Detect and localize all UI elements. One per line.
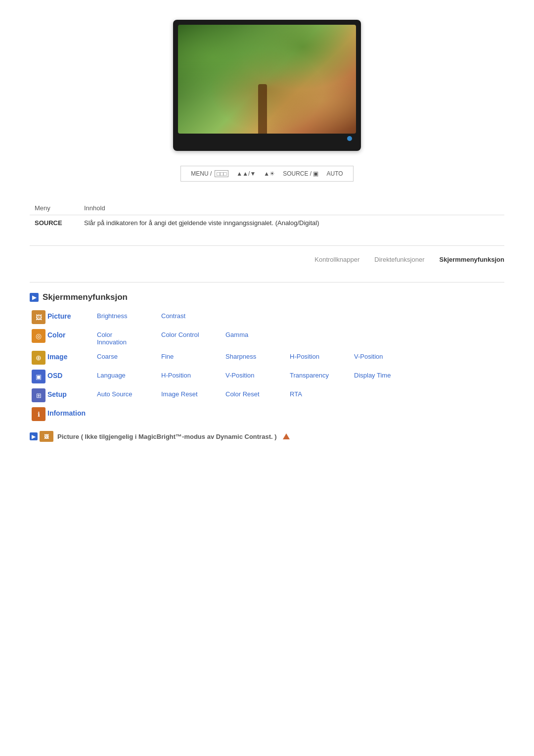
- nav-tabs: Kontrollknapper Direktefunksjoner Skjerm…: [30, 256, 504, 267]
- monitor-section: [30, 20, 504, 151]
- color-control-link[interactable]: Color Control: [161, 329, 225, 338]
- control-menu: MENU / □□□: [191, 170, 228, 177]
- table-header-content: Innhold: [79, 201, 504, 215]
- tab-direktefunksjoner[interactable]: Direktefunksjoner: [374, 256, 424, 263]
- auto-source-link[interactable]: Auto Source: [97, 388, 161, 398]
- sharpness-link[interactable]: Sharpness: [225, 351, 290, 360]
- monitor-display: [173, 20, 361, 151]
- control-source: SOURCE / ▣: [283, 170, 318, 177]
- osd-icon-symbol: ▣: [36, 373, 42, 380]
- image-reset-link[interactable]: Image Reset: [161, 388, 225, 398]
- v-position-osd-link[interactable]: V-Position: [225, 370, 290, 379]
- h-position-image-link[interactable]: H-Position: [290, 351, 354, 360]
- source-table: Meny Innhold SOURCE Slår på indikatoren …: [30, 201, 504, 231]
- gamma-link[interactable]: Gamma: [225, 329, 290, 338]
- image-icon-cell: ⊕: [30, 351, 47, 365]
- tab-skjermmenyfunksjon[interactable]: Skjermmenyfunksjon: [440, 256, 505, 263]
- note-icon-picture: 🖼: [40, 431, 53, 442]
- source-table-section: Meny Innhold SOURCE Slår på indikatoren …: [30, 201, 504, 231]
- bottom-note: ▶ 🖼 Picture ( Ikke tilgjengelig i MagicB…: [30, 431, 504, 442]
- control-bar: MENU / □□□ ▲▲/▼ ▲☀ SOURCE / ▣ AUTO: [180, 166, 353, 182]
- picture-icon: 🖼: [32, 310, 45, 324]
- control-sun: ▲☀: [264, 170, 275, 177]
- monitor-screen: [178, 25, 356, 134]
- control-bar-container: MENU / □□□ ▲▲/▼ ▲☀ SOURCE / ▣ AUTO: [30, 166, 504, 182]
- language-link[interactable]: Language: [97, 370, 161, 379]
- control-brightness: ▲▲/▼: [236, 170, 256, 177]
- setup-icon: ⊞: [32, 388, 45, 402]
- picture-label[interactable]: Picture: [47, 310, 97, 320]
- image-icon-symbol: ⊕: [36, 354, 42, 362]
- fine-link[interactable]: Fine: [161, 351, 225, 360]
- monitor-led: [347, 136, 352, 141]
- color-icon-symbol: ◎: [36, 332, 42, 340]
- section-title: Skjermmenyfunksjon: [43, 292, 128, 302]
- contrast-link[interactable]: Contrast: [161, 310, 225, 320]
- osd-label[interactable]: OSD: [47, 370, 97, 379]
- bottom-note-text: Picture ( Ikke tilgjengelig i MagicBrigh…: [57, 433, 277, 440]
- note-icon-blue: ▶: [30, 432, 38, 440]
- section-icon: ▶: [30, 293, 39, 302]
- color-innovation-link[interactable]: ColorInnovation: [97, 329, 161, 346]
- table-row: SOURCE Slår på indikatoren for å angi de…: [30, 215, 504, 231]
- arrow-right-icon: ▶: [32, 294, 36, 301]
- triangle-up-icon: [283, 433, 290, 439]
- display-time-link[interactable]: Display Time: [354, 370, 418, 379]
- picture-icon-cell: 🖼: [30, 310, 47, 324]
- note-icons: ▶ 🖼: [30, 431, 53, 442]
- monitor-bottom-bar: [178, 134, 356, 141]
- image-label[interactable]: Image: [47, 351, 97, 361]
- divider: [30, 245, 504, 246]
- table-cell-content: Slår på indikatoren for å angi det gjeld…: [79, 215, 504, 231]
- osd-icon-cell: ▣: [30, 370, 47, 383]
- image-icon: ⊕: [32, 351, 45, 365]
- transparency-link[interactable]: Transparency: [290, 370, 354, 379]
- table-header-menu: Meny: [30, 201, 79, 215]
- picture-icon-symbol: 🖼: [36, 314, 42, 321]
- rta-link[interactable]: RTA: [290, 388, 354, 398]
- setup-label[interactable]: Setup: [47, 388, 97, 398]
- coarse-link[interactable]: Coarse: [97, 351, 161, 360]
- information-icon-symbol: ℹ: [38, 411, 40, 418]
- table-cell-label: SOURCE: [30, 215, 79, 231]
- v-position-image-link[interactable]: V-Position: [354, 351, 418, 360]
- color-label[interactable]: Color: [47, 329, 97, 339]
- h-position-osd-link[interactable]: H-Position: [161, 370, 225, 379]
- osd-icon: ▣: [32, 370, 45, 383]
- information-icon: ℹ: [32, 407, 45, 421]
- section-header: ▶ Skjermmenyfunksjon: [30, 292, 504, 302]
- tab-kontrollknapper[interactable]: Kontrollknapper: [314, 256, 359, 263]
- setup-icon-symbol: ⊞: [36, 392, 42, 399]
- brightness-link[interactable]: Brightness: [97, 310, 161, 320]
- menu-grid: 🖼 Picture Brightness Contrast ◎ Color Co…: [30, 310, 504, 421]
- color-icon: ◎: [32, 329, 45, 343]
- information-label[interactable]: Information: [47, 407, 97, 417]
- control-auto: AUTO: [327, 170, 343, 177]
- color-reset-link[interactable]: Color Reset: [225, 388, 290, 398]
- color-icon-cell: ◎: [30, 329, 47, 343]
- divider2: [30, 282, 504, 283]
- information-icon-cell: ℹ: [30, 407, 47, 421]
- setup-icon-cell: ⊞: [30, 388, 47, 402]
